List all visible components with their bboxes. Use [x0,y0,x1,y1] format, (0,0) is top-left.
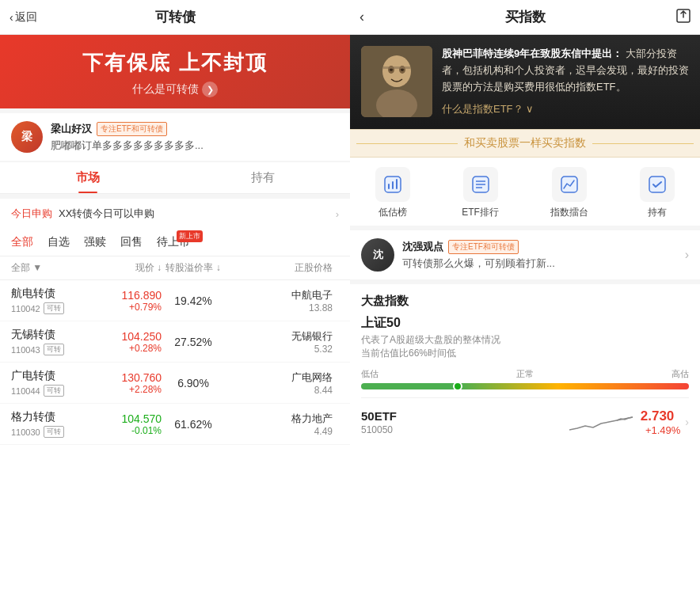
bond-code: 110043 [11,345,40,355]
bond-code-row: 110042 可转 [11,302,90,314]
avatar-right-text: 沈 [373,248,383,262]
bond-type-badge: 可转 [44,426,64,438]
row-stock-col: 格力地产 4.49 [225,412,339,437]
th-name[interactable]: 全部 ▼ [11,261,90,275]
icon-item-index-arena[interactable]: 指数擂台 [550,167,588,219]
filter-watchlist[interactable]: 自选 [48,235,70,249]
banner: 下有保底 上不封顶 什么是可转债 ❯ [0,35,350,108]
price-val: 104.250 [90,330,162,343]
banner-sub-text: 什么是可转债 [132,82,199,97]
icon-item-hold[interactable]: 持有 [640,167,675,219]
right-back-button[interactable]: ‹ [360,9,364,25]
icon-label-undervalued: 低估榜 [379,206,407,219]
slogan-line-left [356,143,458,144]
author-info-right: 沈强观点 专注ETF和可转债 可转债那么火爆，可别顾着打新... [402,240,677,271]
progress-labels: 低估 正常 高估 [361,368,689,380]
table-row[interactable]: 广电转债 110044 可转 130.760 +2.28% 6.90% 广电网络… [0,363,350,404]
avatar-right: 沈 [361,238,394,272]
avatar-text: 梁 [21,130,32,144]
label-normal: 正常 [516,368,534,380]
market-tabs: 市场 持有 [0,162,350,194]
th-price[interactable]: 现价 ↓ [90,261,162,275]
etf-name: 50ETF [361,409,569,423]
filter-all[interactable]: 全部 [11,235,33,249]
section-title: 大盘指数 [361,294,689,309]
row-name-col: 格力转债 110030 可转 [11,410,90,438]
price-chg: -0.01% [90,425,162,436]
etf-link[interactable]: 什么是指数ETF？ ∨ [442,101,689,118]
author-card-right[interactable]: 沈 沈强观点 专注ETF和可转债 可转债那么火爆，可别顾着打新... › [350,230,700,279]
buffett-text: 股神巴菲特连续9年在致股东信中提出： 大部分投资者，包括机构和个人投资者，迟早会… [442,46,689,118]
filter-forced-redeem[interactable]: 强赎 [84,235,106,249]
price-val: 104.570 [90,412,162,425]
filter-upcoming[interactable]: 待上市 新上市 [157,235,190,249]
etf-code: 510050 [361,424,569,435]
author-name-right: 沈强观点 [402,240,443,254]
share-icon[interactable] [676,9,690,26]
author-card[interactable]: 梁 梁山好汉 专注ETF和可转债 肥嘟嘟订单多多多多多多多多多... [0,113,350,161]
right-panel: ‹ 买指数 股神巴菲特连续9年在致股东信中 [350,0,700,604]
price-chg: +0.28% [90,343,162,354]
icon-item-undervalued[interactable]: 低估榜 [375,167,410,219]
filter-resell[interactable]: 回售 [120,235,143,249]
right-header: ‹ 买指数 [350,0,700,35]
svg-rect-14 [561,177,577,192]
table-row[interactable]: 无锡转债 110043 可转 104.250 +0.28% 27.52% 无锡银… [0,321,350,363]
icon-label-hold: 持有 [648,206,667,219]
row-price-col: 130.760 +2.28% [90,371,162,395]
row-price-col: 104.570 -0.01% [90,412,162,436]
icon-label-etf-rank: ETF排行 [462,206,499,219]
banner-sub-row[interactable]: 什么是可转债 ❯ [16,82,334,97]
bond-code-row: 110043 可转 [11,344,90,355]
icon-row: 低估榜 ETF排行 指数擂台 [350,158,700,226]
etf-arrow-icon: › [685,416,689,428]
row-name-col: 广电转债 110044 可转 [11,369,90,397]
buffett-photo [361,46,432,117]
price-chg: +2.28% [90,384,162,395]
bond-code: 110044 [11,386,40,396]
bond-type-badge: 可转 [44,385,64,397]
undervalued-icon [375,167,410,202]
table-header: 全部 ▼ 现价 ↓ 转股溢价率 ↓ 正股价格 [0,256,350,280]
row-stock-col: 无锡银行 5.32 [225,329,339,355]
tab-hold[interactable]: 持有 [175,162,350,193]
author-desc: 肥嘟嘟订单多多多多多多多多多... [51,139,339,153]
etf-row[interactable]: 50ETF 510050 2.730 +1.49% › [361,397,689,446]
label-high: 高估 [671,368,689,380]
row-name-col: 无锡转债 110043 可转 [11,328,90,355]
stock-name: 格力地产 [225,412,333,426]
table-row[interactable]: 格力转债 110030 可转 104.570 -0.01% 61.62% 格力地… [0,404,350,445]
etf-link-arrow-icon: ∨ [526,101,534,118]
stock-val: 13.88 [225,302,333,313]
valuation-progress: 低估 正常 高估 [361,368,689,389]
tab-market[interactable]: 市场 [0,162,175,193]
row-transfer-col: 27.52% [162,336,225,348]
back-button[interactable]: ‹ 返回 [10,10,37,25]
bond-type-badge: 可转 [44,344,64,355]
row-price-col: 104.250 +0.28% [90,330,162,354]
row-name-col: 航电转债 110042 可转 [11,287,90,314]
table-body: 航电转债 110042 可转 116.890 +0.79% 19.42% 中航电… [0,280,350,604]
index-sub-desc: 当前估值比66%时间低 [361,347,689,360]
bond-name: 航电转债 [11,287,90,301]
bond-name: 无锡转债 [11,328,90,342]
new-badge: 新上市 [177,230,203,242]
author-name: 梁山好汉 [51,122,92,136]
icon-label-index-arena: 指数擂台 [550,206,588,219]
bond-code: 110030 [11,427,40,437]
th-transfer[interactable]: 转股溢价率 ↓ [162,261,225,275]
icon-item-etf-rank[interactable]: ETF排行 [462,167,499,219]
back-arrow-icon: ‹ [10,11,13,24]
index-name: 上证50 [361,315,689,332]
etf-link-text: 什么是指数ETF？ [442,101,523,118]
buffett-section: 股神巴菲特连续9年在致股东信中提出： 大部分投资者，包括机构和个人投资者，迟早会… [350,35,700,129]
left-panel: ‹ 返回 可转债 下有保底 上不封顶 什么是可转债 ❯ 梁 梁山好汉 专注ETF… [0,0,350,604]
author-tag: 专注ETF和可转债 [97,122,167,136]
row-price-col: 116.890 +0.79% [90,289,162,313]
bond-code-row: 110030 可转 [11,426,90,438]
right-page-title: 买指数 [505,8,546,26]
avatar: 梁 [11,121,43,153]
index-desc: 代表了A股超级大盘股的整体情况 [361,333,689,347]
table-row[interactable]: 航电转债 110042 可转 116.890 +0.79% 19.42% 中航电… [0,280,350,321]
today-apply[interactable]: 今日申购 XX转债今日可以申购 › [0,199,350,229]
